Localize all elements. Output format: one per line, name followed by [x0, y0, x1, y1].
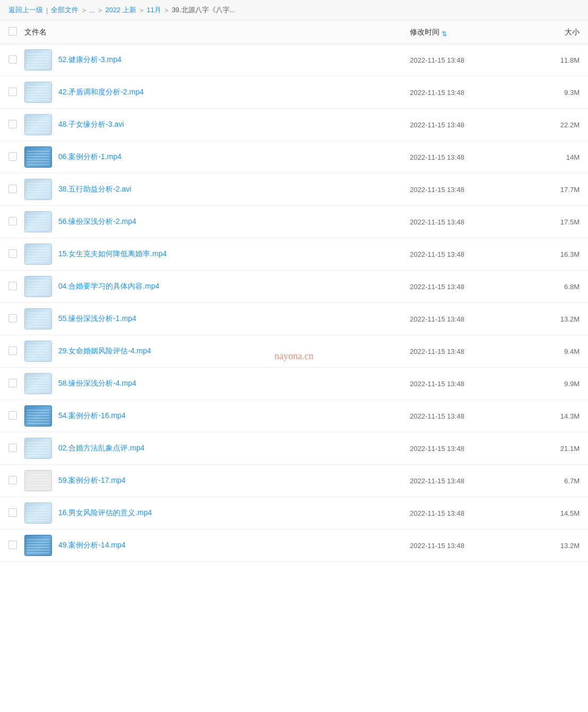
- file-name[interactable]: 04.合婚要学习的具体内容.mp4: [58, 282, 410, 291]
- row-checkbox[interactable]: [8, 55, 17, 64]
- file-name[interactable]: 42.矛盾调和度分析-2.mp4: [58, 88, 410, 97]
- row-checkbox[interactable]: [8, 508, 17, 517]
- file-mtime: 2022-11-15 13:48: [410, 283, 526, 291]
- file-name[interactable]: 58.缘份深浅分析-4.mp4: [58, 379, 410, 388]
- breadcrumb-month[interactable]: 11月: [147, 5, 161, 15]
- select-all-checkbox[interactable]: [8, 27, 17, 36]
- table-row[interactable]: 55.缘份深浅分析-1.mp4 2022-11-15 13:48 13.2M: [0, 303, 588, 335]
- row-checkbox[interactable]: [8, 314, 17, 323]
- file-name[interactable]: 49.案例分析-14.mp4: [58, 541, 410, 550]
- file-size: 9.4M: [526, 348, 580, 355]
- breadcrumb-current: 39.北源八字《八字...: [172, 5, 235, 15]
- table-row[interactable]: 38.五行助益分析-2.avi 2022-11-15 13:48 17.7M: [0, 173, 588, 206]
- file-size: 17.7M: [526, 186, 580, 194]
- file-thumbnail: [24, 244, 52, 265]
- file-mtime: 2022-11-15 13:48: [410, 445, 526, 453]
- file-name[interactable]: 55.缘份深浅分析-1.mp4: [58, 314, 410, 324]
- row-checkbox[interactable]: [8, 152, 17, 161]
- breadcrumb-ellipsis[interactable]: ...: [89, 6, 95, 14]
- file-size: 17.5M: [526, 218, 580, 226]
- file-name[interactable]: 59.案例分析-17.mp4: [58, 476, 410, 485]
- file-name[interactable]: 56.缘份深浅分析-2.mp4: [58, 217, 410, 227]
- file-mtime: 2022-11-15 13:48: [410, 542, 526, 550]
- breadcrumb-back[interactable]: 返回上一级: [8, 5, 43, 15]
- table-row[interactable]: 48.子女缘分析-3.avi 2022-11-15 13:48 22.2M: [0, 109, 588, 141]
- breadcrumb-2022[interactable]: 2022 上新: [105, 5, 136, 15]
- row-checkbox[interactable]: [8, 249, 17, 258]
- col-mtime-header[interactable]: 修改时间: [410, 28, 526, 37]
- row-checkbox[interactable]: [8, 444, 17, 452]
- file-size: 9.9M: [526, 380, 580, 388]
- file-thumbnail: [24, 276, 52, 297]
- row-checkbox[interactable]: [8, 379, 17, 387]
- table-row[interactable]: 54.案例分析-16.mp4 2022-11-15 13:48 14.3M: [0, 400, 588, 432]
- file-name[interactable]: 15.女生克夫如何降低离婚率.mp4: [58, 249, 410, 259]
- file-name[interactable]: 52.健康分析-3.mp4: [58, 55, 410, 65]
- file-size: 13.2M: [526, 315, 580, 323]
- breadcrumb-sep1: |: [46, 6, 48, 14]
- file-name[interactable]: 38.五行助益分析-2.avi: [58, 185, 410, 194]
- file-thumbnail: [24, 438, 52, 459]
- file-name[interactable]: 06.案例分析-1.mp4: [58, 152, 410, 162]
- table-row[interactable]: 06.案例分析-1.mp4 2022-11-15 13:48 14M: [0, 141, 588, 173]
- file-name[interactable]: 02.合婚方法乱象点评.mp4: [58, 444, 410, 453]
- table-row[interactable]: 02.合婚方法乱象点评.mp4 2022-11-15 13:48 21.1M: [0, 432, 588, 465]
- breadcrumb-sep5: >: [164, 6, 169, 14]
- col-mtime-label: 修改时间: [410, 28, 440, 37]
- table-row[interactable]: 04.合婚要学习的具体内容.mp4 2022-11-15 13:48 6.8M: [0, 271, 588, 303]
- file-name[interactable]: 16.男女风险评估的意义.mp4: [58, 508, 410, 518]
- table-row[interactable]: 42.矛盾调和度分析-2.mp4 2022-11-15 13:48 9.3M: [0, 76, 588, 109]
- table-row[interactable]: 56.缘份深浅分析-2.mp4 2022-11-15 13:48 17.5M: [0, 206, 588, 238]
- file-size: 14.3M: [526, 412, 580, 420]
- row-checkbox[interactable]: [8, 185, 17, 193]
- table-row[interactable]: 16.男女风险评估的意义.mp4 2022-11-15 13:48 14.5M: [0, 497, 588, 529]
- row-checkbox[interactable]: [8, 217, 17, 225]
- file-thumbnail: [24, 341, 52, 362]
- row-checkbox[interactable]: [8, 346, 17, 355]
- file-mtime: 2022-11-15 13:48: [410, 315, 526, 323]
- table-row[interactable]: 49.案例分析-14.mp4 2022-11-15 13:48 13.2M: [0, 529, 588, 562]
- file-thumbnail: [24, 470, 52, 491]
- file-thumbnail: [24, 502, 52, 524]
- file-mtime: 2022-11-15 13:48: [410, 250, 526, 258]
- table-row[interactable]: 15.女生克夫如何降低离婚率.mp4 2022-11-15 13:48 16.3…: [0, 238, 588, 271]
- file-mtime: 2022-11-15 13:48: [410, 380, 526, 388]
- sort-icon[interactable]: [442, 29, 448, 36]
- table-row[interactable]: 52.健康分析-3.mp4 2022-11-15 13:48 11.8M: [0, 44, 588, 76]
- row-checkbox[interactable]: [8, 282, 17, 290]
- file-mtime: 2022-11-15 13:48: [410, 509, 526, 517]
- table-row[interactable]: 58.缘份深浅分析-4.mp4 2022-11-15 13:48 9.9M: [0, 368, 588, 400]
- row-checkbox[interactable]: [8, 476, 17, 484]
- file-thumbnail: [24, 82, 52, 103]
- file-thumbnail: [24, 211, 52, 232]
- breadcrumb-sep2: >: [82, 6, 86, 14]
- table-row[interactable]: 29.女命婚姻风险评估-4.mp4 2022-11-15 13:48 9.4M: [0, 335, 588, 368]
- breadcrumb-all-files[interactable]: 全部文件: [51, 5, 78, 15]
- table-row[interactable]: 59.案例分析-17.mp4 2022-11-15 13:48 6.7M: [0, 465, 588, 497]
- file-size: 16.3M: [526, 250, 580, 258]
- row-checkbox[interactable]: [8, 120, 17, 128]
- row-checkbox[interactable]: [8, 541, 17, 549]
- file-size: 6.8M: [526, 283, 580, 291]
- breadcrumb-sep3: >: [98, 6, 102, 14]
- file-list: 52.健康分析-3.mp4 2022-11-15 13:48 11.8M 42.…: [0, 44, 588, 562]
- file-thumbnail: [24, 373, 52, 394]
- breadcrumb-sep4: >: [139, 6, 144, 14]
- file-name[interactable]: 54.案例分析-16.mp4: [58, 411, 410, 421]
- file-size: 21.1M: [526, 445, 580, 453]
- row-checkbox[interactable]: [8, 411, 17, 420]
- file-mtime: 2022-11-15 13:48: [410, 121, 526, 129]
- file-thumbnail: [24, 308, 52, 329]
- file-name[interactable]: 48.子女缘分析-3.avi: [58, 120, 410, 129]
- file-name[interactable]: 29.女命婚姻风险评估-4.mp4: [58, 346, 410, 356]
- col-size-header: 大小: [526, 28, 580, 37]
- file-mtime: 2022-11-15 13:48: [410, 186, 526, 194]
- table-header: 文件名 修改时间 大小: [0, 21, 588, 44]
- file-thumbnail: [24, 179, 52, 200]
- file-size: 22.2M: [526, 121, 580, 129]
- file-thumbnail: [24, 146, 52, 168]
- file-mtime: 2022-11-15 13:48: [410, 218, 526, 226]
- file-mtime: 2022-11-15 13:48: [410, 153, 526, 161]
- file-thumbnail: [24, 114, 52, 135]
- row-checkbox[interactable]: [8, 88, 17, 96]
